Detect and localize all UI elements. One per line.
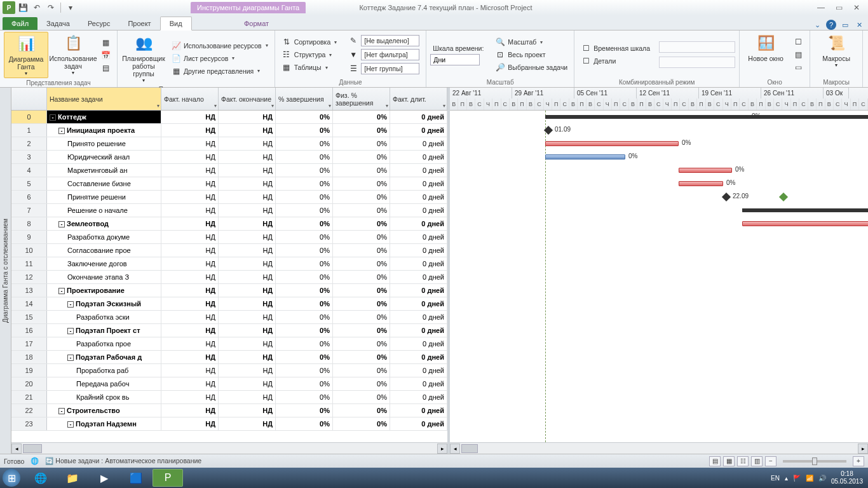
cell-actual-duration[interactable]: 0 дней — [390, 151, 447, 163]
view-gantt-icon[interactable]: ▤ — [709, 456, 721, 466]
team-planner-button[interactable]: 👥 Планировщик работы группы ▾ — [121, 32, 166, 85]
gantt-row[interactable] — [450, 364, 868, 377]
close-document-icon[interactable]: ✕ — [854, 20, 864, 30]
row-number[interactable]: 11 — [11, 257, 47, 270]
row-number[interactable]: 9 — [11, 231, 47, 243]
cell-actual-duration[interactable]: 0 дней — [390, 137, 447, 150]
cell-actual-finish[interactable]: НД — [219, 204, 276, 217]
outline-toggle-icon[interactable]: - — [67, 328, 74, 334]
cell-percent-complete[interactable]: 0% — [276, 417, 333, 430]
gantt-task-bar[interactable] — [679, 181, 723, 186]
cell-actual-duration[interactable]: 0 дней — [390, 204, 447, 217]
gantt-body[interactable]: 0%01.090%0%0%0%22.09 — [450, 111, 868, 442]
maximize-button[interactable]: ▭ — [832, 3, 845, 13]
table-row[interactable]: 8 -Землеотвод НД НД 0% 0% 0 дней — [11, 217, 447, 231]
cell-actual-finish[interactable]: НД — [219, 231, 276, 243]
cell-actual-duration[interactable]: 0 дней — [390, 164, 447, 177]
resource-usage-button[interactable]: 📈Использование ресурсов▾ — [168, 40, 271, 51]
cell-phys-percent[interactable]: 0% — [333, 177, 390, 190]
cell-actual-finish[interactable]: НД — [219, 137, 276, 150]
cell-actual-start[interactable]: НД — [161, 404, 219, 417]
gantt-row[interactable] — [450, 271, 868, 284]
table-row[interactable]: 3 Юридический анал НД НД 0% 0% 0 дней — [11, 151, 447, 164]
cell-phys-percent[interactable]: 0% — [333, 111, 390, 123]
table-row[interactable]: 9 Разработка докуме НД НД 0% 0% 0 дней — [11, 231, 447, 244]
col-actual-finish[interactable]: Факт. окончание▾ — [219, 88, 276, 110]
cell-actual-duration[interactable]: 0 дней — [390, 364, 447, 377]
table-row[interactable]: 1 -Инициация проекта НД НД 0% 0% 0 дней — [11, 124, 447, 137]
row-number[interactable]: 8 — [11, 217, 47, 230]
highlight-combo[interactable]: ✎[Не выделено] — [346, 34, 422, 47]
gantt-row[interactable] — [450, 284, 868, 297]
cell-actual-start[interactable]: НД — [161, 417, 219, 430]
tray-network-icon[interactable]: 📶 — [806, 475, 813, 482]
timescale-combo[interactable]: Дни — [430, 54, 480, 65]
cell-actual-duration[interactable]: 0 дней — [390, 417, 447, 430]
file-tab[interactable]: Файл — [3, 17, 37, 30]
row-number[interactable]: 7 — [11, 204, 47, 217]
table-row[interactable]: 16 -Подэтап Проект ст НД НД 0% 0% 0 дней — [11, 324, 447, 337]
row-number[interactable]: 19 — [11, 364, 47, 377]
table-row[interactable]: 18 -Подэтап Рабочая д НД НД 0% 0% 0 дней — [11, 351, 447, 364]
row-number[interactable]: 10 — [11, 244, 47, 257]
restore-window-icon[interactable]: ▭ — [840, 20, 850, 30]
col-actual-duration[interactable]: Факт. длит.▾ — [390, 88, 447, 110]
cell-actual-finish[interactable]: НД — [219, 217, 276, 230]
cell-actual-finish[interactable]: НД — [219, 324, 276, 337]
row-number[interactable]: 13 — [11, 284, 47, 297]
gantt-row[interactable] — [450, 337, 868, 351]
cell-percent-complete[interactable]: 0% — [276, 191, 333, 203]
timeline-checkbox[interactable]: ☐Временная шкала — [578, 43, 653, 54]
system-clock[interactable]: 0:18 05.05.2013 — [831, 470, 865, 485]
cell-phys-percent[interactable]: 0% — [333, 204, 390, 217]
cell-percent-complete[interactable]: 0% — [276, 231, 333, 243]
status-new-tasks-mode[interactable]: 🔄 Новые задачи : Автоматическое планиров… — [45, 457, 201, 465]
cell-task-name[interactable]: Решение о начале — [47, 204, 161, 217]
scroll-thumb[interactable] — [461, 444, 478, 453]
outline-toggle-icon[interactable]: - — [67, 301, 74, 308]
zoom-in-button[interactable]: + — [853, 456, 864, 466]
cell-actual-finish[interactable]: НД — [219, 191, 276, 203]
row-number[interactable]: 21 — [11, 391, 47, 403]
language-indicator[interactable]: EN — [771, 475, 780, 482]
macros-button[interactable]: 📜 Макросы ▾ — [814, 32, 858, 78]
cell-phys-percent[interactable]: 0% — [333, 324, 390, 337]
tables-button[interactable]: ▦Таблицы▾ — [279, 62, 340, 73]
cell-percent-complete[interactable]: 0% — [276, 351, 333, 363]
row-number[interactable]: 15 — [11, 311, 47, 323]
cell-actual-start[interactable]: НД — [161, 177, 219, 190]
table-row[interactable]: 7 Решение о начале НД НД 0% 0% 0 дней — [11, 204, 447, 217]
cell-actual-finish[interactable]: НД — [219, 177, 276, 190]
start-button[interactable]: ⊞ — [3, 469, 20, 487]
table-row[interactable]: 6 Принятие решени НД НД 0% 0% 0 дней — [11, 191, 447, 204]
outline-toggle-icon[interactable]: - — [58, 128, 65, 134]
cell-actual-start[interactable]: НД — [161, 257, 219, 270]
cell-percent-complete[interactable]: 0% — [276, 164, 333, 177]
cell-actual-duration[interactable]: 0 дней — [390, 191, 447, 203]
taskbar-explorer-icon[interactable]: 📁 — [57, 469, 88, 487]
cell-task-name[interactable]: Проработка раб — [47, 364, 161, 377]
cell-actual-finish[interactable]: НД — [219, 271, 276, 283]
row-number[interactable]: 2 — [11, 137, 47, 150]
cell-actual-duration[interactable]: 0 дней — [390, 244, 447, 257]
cell-actual-start[interactable]: НД — [161, 124, 219, 137]
cell-actual-finish[interactable]: НД — [219, 297, 276, 310]
scroll-right-icon[interactable]: ▸ — [858, 444, 868, 454]
cell-percent-complete[interactable]: 0% — [276, 244, 333, 257]
filter-icon[interactable]: ▾ — [214, 103, 217, 109]
cell-actual-start[interactable]: НД — [161, 137, 219, 150]
row-number[interactable]: 5 — [11, 177, 47, 190]
filter-icon[interactable]: ▾ — [271, 103, 274, 109]
cell-task-name[interactable]: Заключение догов — [47, 257, 161, 270]
cell-actual-start[interactable]: НД — [161, 204, 219, 217]
table-row[interactable]: 23 -Подэтап Надземн НД НД 0% 0% 0 дней — [11, 417, 447, 431]
cell-task-name[interactable]: Принятие решени — [47, 191, 161, 203]
filter-icon[interactable]: ▾ — [157, 103, 159, 109]
cell-phys-percent[interactable]: 0% — [333, 297, 390, 310]
tab-resource[interactable]: Ресурс — [79, 17, 119, 30]
cell-percent-complete[interactable]: 0% — [276, 284, 333, 297]
cell-actual-duration[interactable]: 0 дней — [390, 391, 447, 403]
cell-phys-percent[interactable]: 0% — [333, 417, 390, 430]
table-row[interactable]: 2 Принято решение НД НД 0% 0% 0 дней — [11, 137, 447, 151]
row-number[interactable]: 20 — [11, 377, 47, 390]
